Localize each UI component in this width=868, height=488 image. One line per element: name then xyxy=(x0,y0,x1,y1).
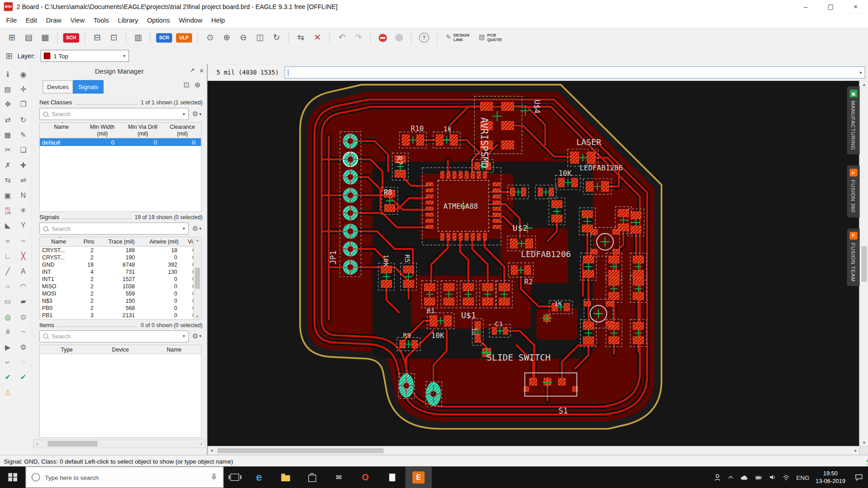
signal-row[interactable]: GND1987483920 xyxy=(40,261,201,268)
microphone-icon[interactable] xyxy=(210,473,217,482)
pcb-quote-button[interactable]: ▧PCBQUOTE xyxy=(475,33,506,42)
menu-options[interactable]: Options xyxy=(142,14,174,27)
taskbar-opera[interactable]: O xyxy=(352,466,379,488)
side-tab-fusion-team[interactable]: FFUSION TEAM xyxy=(847,228,859,286)
ratsnest-tool[interactable]: # xyxy=(1,325,15,338)
zoom-select-icon[interactable]: ◫ xyxy=(252,30,267,45)
signal-row[interactable]: INT47311300 xyxy=(40,268,201,276)
copy-tool[interactable]: ❐ xyxy=(16,98,30,111)
ripup-tool[interactable]: ╳ xyxy=(16,249,30,263)
taskbar-file-explorer[interactable] xyxy=(272,466,299,488)
net-classes-search[interactable]: Search ▾ xyxy=(39,108,189,120)
polygon-tool[interactable]: ▰ xyxy=(16,295,30,308)
undo-icon[interactable]: ↶ xyxy=(335,30,349,45)
delete-tool[interactable]: ✗ xyxy=(1,159,15,172)
highlight-icon[interactable]: ⊡ xyxy=(184,81,189,89)
signal-row[interactable]: PB13213100 xyxy=(40,312,201,319)
table-row[interactable]: default 0 0 0 xyxy=(40,138,201,146)
hole-tool[interactable]: ⊙ xyxy=(16,310,30,323)
wire-tool[interactable]: ╱ xyxy=(1,264,15,277)
wrench-tool[interactable]: ⚙ xyxy=(16,340,30,353)
menu-draw[interactable]: Draw xyxy=(42,14,66,27)
taskbar-edge[interactable]: e xyxy=(246,466,273,488)
close-icon[interactable]: × xyxy=(199,66,203,75)
taskbar-eagle[interactable]: E xyxy=(405,466,432,488)
mirror-tool[interactable]: ⇄ xyxy=(1,113,15,126)
display-tool[interactable]: ▤ xyxy=(1,83,15,96)
taskbar-search[interactable]: Type here to search xyxy=(25,466,223,488)
zoom-in-icon[interactable]: ⊕ xyxy=(219,30,234,45)
print-icon[interactable]: ▦ xyxy=(38,30,52,45)
signal-row[interactable]: INT12152700 xyxy=(40,276,201,283)
abort-icon[interactable]: ✕ xyxy=(310,30,325,45)
move-tool[interactable]: ✥ xyxy=(1,98,15,111)
pcb-drawing[interactable]: AVRISPSMDU$4R101kR7R8LASERLEDFAB120610KA… xyxy=(208,81,859,446)
split-tool[interactable]: Y xyxy=(16,219,30,232)
schematic-button[interactable]: SCH xyxy=(63,33,80,42)
text-tool[interactable]: A xyxy=(16,264,30,277)
menu-view[interactable]: View xyxy=(66,14,89,27)
add-tool[interactable]: ✚ xyxy=(16,159,30,172)
column-header[interactable]: Trace (mil) xyxy=(100,237,142,246)
design-link-button[interactable]: ✎DESIGNLINK xyxy=(442,33,473,42)
drc-icon[interactable]: ✔ xyxy=(16,371,30,384)
run-icon[interactable] xyxy=(395,34,403,42)
dimension-tool[interactable]: ⌐ xyxy=(1,356,15,369)
maximize-button[interactable]: ▢ xyxy=(818,0,843,13)
route-tool[interactable]: ∟ xyxy=(1,249,15,263)
meander-tool[interactable]: ~ xyxy=(16,234,30,247)
notification-center-icon[interactable] xyxy=(851,473,866,481)
column-header[interactable]: ˆName xyxy=(40,123,83,138)
taskbar-store[interactable] xyxy=(299,466,326,488)
cut-tool[interactable]: ✂ xyxy=(1,143,15,156)
items-search[interactable]: Search ▾ xyxy=(39,330,189,342)
column-header[interactable]: Airwire (mil) xyxy=(142,237,185,246)
wifi-icon[interactable] xyxy=(783,474,790,481)
menu-file[interactable]: File xyxy=(2,14,21,27)
column-header[interactable]: Name xyxy=(147,345,201,353)
side-tab-manufacturing[interactable]: ▣MANUFACTURING xyxy=(847,86,859,155)
menu-edit[interactable]: Edit xyxy=(21,14,42,27)
miter-tool[interactable]: ◣ xyxy=(1,219,15,232)
pinswap-tool[interactable]: ⇆ xyxy=(1,174,15,187)
zoom-fit-icon[interactable]: ⊙ xyxy=(203,30,217,45)
smash-tool[interactable]: ✳ xyxy=(16,204,30,217)
horizontal-scrollbar[interactable]: ◄ ► xyxy=(208,446,859,455)
via-tool[interactable]: ◎ xyxy=(1,310,15,323)
optimize-tool[interactable]: ≈ xyxy=(1,234,15,247)
filter-settings-button[interactable]: ⚙▾ xyxy=(192,110,202,118)
menu-window[interactable]: Window xyxy=(175,14,207,27)
grid-settings-icon[interactable]: ⊡ xyxy=(106,30,121,45)
panel-horizontal-scrollbar[interactable]: ‹ › xyxy=(33,439,205,448)
open-icon[interactable]: ⊞ xyxy=(5,30,19,45)
grid-icon[interactable]: ⊞ xyxy=(5,51,12,61)
menu-help[interactable]: Help xyxy=(207,14,229,27)
signals-search[interactable]: Search ▾ xyxy=(39,222,189,235)
people-icon[interactable] xyxy=(714,474,722,481)
chevron-up-icon[interactable] xyxy=(728,474,735,481)
layer-select[interactable]: 1 Top ▾ xyxy=(40,50,129,62)
signal-row[interactable]: MISO2103800 xyxy=(40,283,201,290)
menu-tools[interactable]: Tools xyxy=(89,14,113,27)
signal-row[interactable]: MOSI255900 xyxy=(40,290,201,297)
tab-signals[interactable]: Signals xyxy=(73,80,104,94)
swap-icon[interactable]: ⇆ xyxy=(293,30,308,45)
mark-tool[interactable]: ✛ xyxy=(16,83,30,96)
vertical-scrollbar[interactable]: ▲▼ xyxy=(859,81,868,446)
speaker-icon[interactable] xyxy=(769,474,776,481)
warning-icon[interactable]: ⚠ xyxy=(1,386,15,399)
save-icon[interactable]: ▤ xyxy=(21,30,36,45)
close-button[interactable]: × xyxy=(843,0,868,13)
column-header[interactable]: ˆName xyxy=(40,237,77,246)
taskbar-document[interactable] xyxy=(379,466,406,488)
column-header[interactable]: Min Via Drill(mil) xyxy=(122,123,164,138)
clock[interactable]: 19:50 13-06-2019 xyxy=(816,470,845,484)
run-ulp-button[interactable]: ULP xyxy=(176,33,192,42)
probe-tool[interactable]: ▶ xyxy=(1,340,15,353)
column-header[interactable]: Clearance(mil) xyxy=(164,123,201,138)
redo-icon[interactable]: ↷ xyxy=(351,30,366,45)
pcb-viewport[interactable]: AVRISPSMDU$4R101kR7R8LASERLEDFAB120610KA… xyxy=(208,81,859,446)
value-tool[interactable]: R210k xyxy=(1,204,15,217)
column-header[interactable]: Type xyxy=(40,345,94,353)
help-icon[interactable]: ? xyxy=(419,33,429,42)
